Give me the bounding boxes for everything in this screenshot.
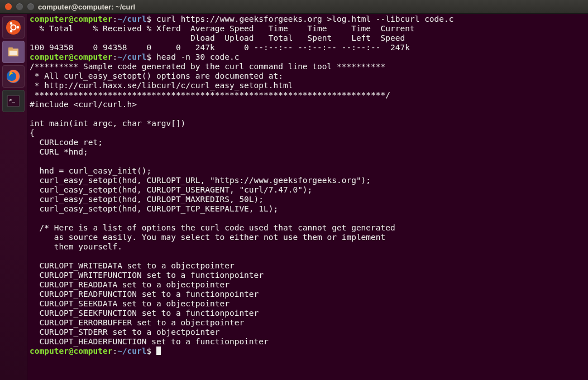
- prompt-userhost: computer@computer: [30, 15, 112, 23]
- maximize-icon[interactable]: [27, 3, 35, 11]
- unity-launcher: >_: [0, 14, 27, 380]
- prompt-path: ~/curl: [117, 15, 146, 23]
- svg-text:>_: >_: [9, 97, 15, 103]
- prompt-dollar: $: [147, 52, 152, 61]
- prompt-path: ~/curl: [117, 52, 146, 61]
- prompt-colon: :: [112, 347, 117, 355]
- window-titlebar: computer@computer: ~/curl: [0, 0, 588, 14]
- ubuntu-dash-icon[interactable]: [2, 16, 25, 39]
- prompt-dollar: $: [147, 15, 152, 23]
- prompt-path: ~/curl: [117, 347, 146, 355]
- svg-rect-6: [8, 47, 13, 50]
- prompt-userhost: computer@computer: [30, 347, 112, 355]
- prompt-userhost: computer@computer: [30, 52, 112, 61]
- output-2: /********* Sample code generated by the …: [30, 62, 395, 346]
- window-title: computer@computer: ~/curl: [38, 3, 135, 11]
- prompt-colon: :: [112, 15, 117, 23]
- terminal-launcher-icon[interactable]: >_: [2, 90, 25, 112]
- prompt-dollar: $: [147, 347, 152, 355]
- desktop: >_ computer@computer:~/curl$ curl https:…: [0, 14, 588, 380]
- svg-point-2: [17, 26, 20, 29]
- files-icon[interactable]: [2, 41, 25, 63]
- firefox-icon[interactable]: [2, 65, 25, 88]
- command-2: head -n 30 code.c: [151, 52, 239, 61]
- command-3: [151, 347, 156, 355]
- command-1: curl https://www.geeksforgeeks.org >log.…: [151, 15, 453, 23]
- minimize-icon[interactable]: [16, 3, 23, 11]
- svg-point-3: [10, 22, 13, 25]
- prompt-colon: :: [112, 52, 117, 61]
- svg-point-4: [10, 30, 13, 33]
- cursor: [156, 347, 161, 355]
- svg-rect-7: [9, 51, 17, 55]
- terminal-pane[interactable]: computer@computer:~/curl$ curl https://w…: [27, 14, 588, 380]
- output-1: % Total % Received % Xferd Average Speed…: [30, 24, 415, 52]
- close-icon[interactable]: [4, 3, 12, 11]
